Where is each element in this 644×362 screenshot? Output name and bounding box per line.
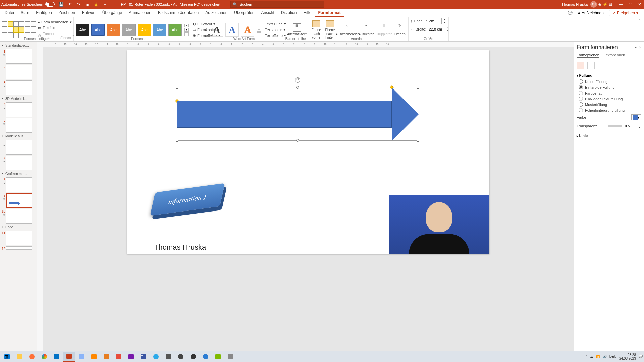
tray-sound-icon[interactable]: 🔊 — [603, 355, 607, 358]
tab-entwurf[interactable]: Entwurf — [78, 9, 99, 17]
tab-dictation[interactable]: Dictation — [278, 9, 300, 17]
pane-dropdown-icon[interactable]: ▾ — [635, 46, 637, 49]
section-header-5[interactable]: Ende — [1, 225, 36, 230]
start-button[interactable]: ⊞ — [1, 352, 13, 362]
tray-date[interactable]: 24.03.2023 — [619, 357, 636, 360]
effects-icon[interactable] — [587, 62, 595, 69]
document-title[interactable]: PPT 01 Roter Faden 002.pptx • Auf "diese… — [121, 2, 220, 6]
slide[interactable]: Information 1 Thomas Hruska — [127, 50, 489, 254]
rotate-handle[interactable] — [295, 77, 300, 83]
thumb-12[interactable] — [6, 246, 32, 250]
thumb-5[interactable] — [6, 118, 32, 133]
maximize-icon[interactable]: ▢ — [629, 2, 633, 7]
pane-tab-shape[interactable]: Formoptionen — [577, 53, 599, 58]
tab-hilfe[interactable]: Hilfe — [300, 9, 315, 17]
gallery-down-icon[interactable]: ▾ — [184, 28, 189, 32]
record-button[interactable]: ● Aufzeichnen — [576, 10, 606, 16]
fill-line-icon[interactable] — [577, 62, 584, 69]
tab-datei[interactable]: Datei — [1, 9, 17, 17]
tray-cloud-icon[interactable]: ☁ — [590, 355, 593, 358]
slide-canvas[interactable]: Information 1 Thomas Hruska — [43, 47, 574, 355]
shape-styles-gallery[interactable]: Abc Abc Abc Abc Abc Abc Abc ▴▾⋯ — [76, 24, 189, 36]
tab-animationen[interactable]: Animationen — [125, 9, 155, 17]
wordart-2[interactable]: A — [225, 23, 239, 37]
style-swatch-6[interactable]: Abc — [153, 24, 166, 36]
tab-zeichnen[interactable]: Zeichnen — [55, 9, 78, 17]
app-icon-2[interactable] — [101, 352, 112, 362]
gallery-up-icon[interactable]: ▴ — [184, 24, 189, 27]
thumb-11[interactable] — [6, 231, 32, 245]
telegram-icon[interactable] — [150, 352, 162, 362]
thumb-1[interactable] — [6, 49, 32, 64]
app-icon-4[interactable] — [163, 352, 174, 362]
layout-icon[interactable]: ▦ — [608, 2, 613, 7]
thumb-8[interactable] — [6, 177, 32, 192]
style-swatch-1[interactable]: Abc — [76, 24, 89, 36]
textbox-button[interactable]: ▭ Textfeld — [37, 25, 75, 31]
pane-tab-text[interactable]: Textoptionen — [604, 53, 625, 58]
resize-handle-bl[interactable] — [176, 139, 178, 142]
section-line-header[interactable]: Linie — [577, 132, 641, 139]
keyboard-layout[interactable]: DEU — [609, 355, 616, 358]
account-button[interactable]: Thomas Hruska TH — [561, 1, 597, 8]
thumb-10[interactable] — [6, 209, 32, 224]
powerpoint-icon[interactable] — [63, 352, 75, 362]
qat-more-icon[interactable]: ▾ — [102, 2, 108, 7]
visio-icon[interactable]: V — [138, 352, 149, 362]
tab-ueberpruefen[interactable]: Überprüfen — [231, 9, 258, 17]
tray-time[interactable]: 23:28 — [619, 353, 636, 357]
size-props-icon[interactable] — [598, 62, 605, 69]
app-icon-6[interactable] — [187, 352, 199, 362]
thumb-2[interactable] — [6, 65, 32, 79]
touch-icon[interactable]: ☝ — [94, 2, 99, 7]
fill-pattern-radio[interactable]: Musterfüllung — [579, 102, 641, 107]
height-input[interactable] — [425, 18, 442, 24]
text-outline-button[interactable]: Textkontur ▾ — [264, 27, 287, 32]
fill-gradient-radio[interactable]: Farbverlauf — [579, 90, 641, 96]
firefox-icon[interactable] — [26, 352, 38, 362]
outlook-icon[interactable] — [51, 352, 62, 362]
redo-icon[interactable]: ↷ — [76, 2, 82, 7]
section-header-4[interactable]: Grafiken mod... — [1, 171, 36, 176]
wordart-3[interactable]: A — [241, 23, 254, 37]
thumb-7[interactable] — [6, 156, 32, 170]
resize-handle-tl[interactable] — [176, 86, 178, 89]
slide-thumbnails-panel[interactable]: Standardabsc... 1★ 2 3★ 3D Modelle i... … — [0, 42, 37, 355]
selected-shape-arrow[interactable] — [177, 87, 418, 141]
style-swatch-2[interactable]: Abc — [91, 24, 105, 36]
style-swatch-4[interactable]: Abc — [122, 24, 136, 36]
close-icon[interactable]: ✕ — [638, 2, 643, 7]
thumb-6[interactable] — [6, 140, 32, 155]
vlc-icon[interactable] — [88, 352, 100, 362]
share-button[interactable]: ↗ Freigeben ▾ — [609, 10, 641, 16]
notifications-icon[interactable]: 💬 — [639, 355, 643, 358]
app-icon-3[interactable] — [113, 352, 124, 362]
tray-wifi-icon[interactable]: 📶 — [596, 355, 600, 358]
diamond-icon[interactable]: ◈ — [597, 2, 602, 7]
save-icon[interactable]: 💾 — [59, 2, 64, 7]
thumb-3[interactable] — [6, 80, 32, 95]
fill-picture-radio[interactable]: Bild- oder Texturfüllung — [579, 96, 641, 102]
chrome-icon[interactable] — [39, 352, 50, 362]
app-icon-9[interactable] — [225, 352, 236, 362]
style-swatch-3[interactable]: Abc — [107, 24, 120, 36]
transparency-input[interactable] — [624, 123, 636, 129]
explorer-icon[interactable] — [14, 352, 25, 362]
app-icon-5[interactable] — [175, 352, 186, 362]
resize-handle-tm[interactable] — [296, 86, 299, 89]
text-fill-button[interactable]: Textfüllung ▾ — [264, 21, 287, 26]
info-block-3d[interactable]: Information 1 — [147, 184, 224, 231]
tab-bildschirm[interactable]: Bildschirmpräsentation — [155, 9, 202, 17]
transparency-slider[interactable] — [608, 125, 622, 127]
section-header-2[interactable]: 3D Modelle i... — [1, 96, 36, 101]
gallery-more-icon[interactable]: ⋯ — [184, 32, 189, 36]
wordart-gallery[interactable]: A A A ▴▾⋯ — [210, 23, 261, 37]
fill-slidebg-radio[interactable]: Folienhintergrundfüllung — [579, 107, 641, 113]
fill-solid-radio[interactable]: Einfarbige Füllung — [579, 84, 641, 90]
tab-formformat[interactable]: Formformat — [315, 9, 344, 17]
tab-aufzeichnen[interactable]: Aufzeichnen — [202, 9, 231, 17]
thumb-9[interactable] — [6, 193, 32, 208]
fill-none-radio[interactable]: Keine Füllung — [579, 79, 641, 84]
comments-icon[interactable]: 💬 — [568, 11, 573, 15]
autosave-toggle[interactable] — [45, 2, 55, 7]
